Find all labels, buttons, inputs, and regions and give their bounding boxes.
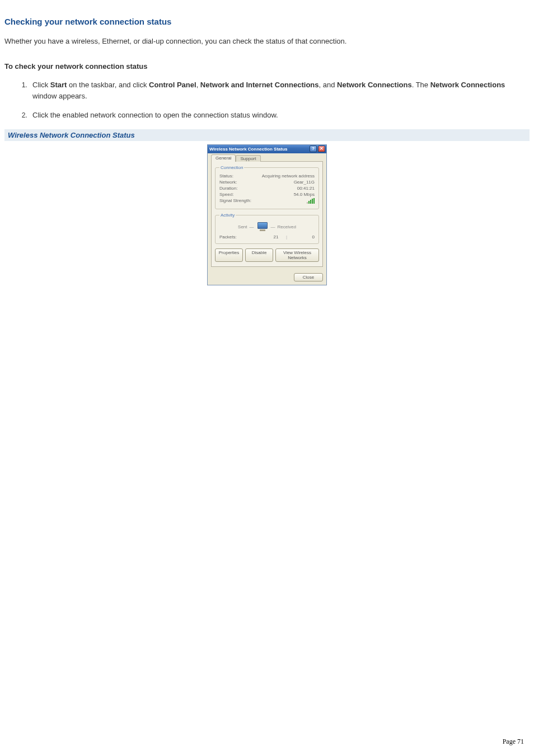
- text: , and: [319, 81, 338, 89]
- tab-support[interactable]: Support: [236, 155, 260, 162]
- label-network: Network:: [219, 180, 237, 185]
- text: . The: [412, 81, 430, 89]
- text: ,: [196, 81, 200, 89]
- text: Click the enabled network connection to …: [32, 111, 278, 119]
- view-networks-button[interactable]: View Wireless Networks: [275, 248, 319, 262]
- text: window appears.: [32, 92, 87, 100]
- text: Click: [32, 81, 50, 89]
- text: on the taskbar, and click: [67, 81, 149, 89]
- help-icon[interactable]: ?: [310, 145, 317, 152]
- section-heading: Checking your network connection status: [4, 17, 530, 26]
- label-received: Received: [278, 224, 296, 229]
- value-speed: 54.0 Mbps: [294, 192, 315, 197]
- bold-network-connections-2: Network Connections: [430, 81, 505, 89]
- value-status: Acquiring network address: [262, 173, 315, 179]
- tab-general[interactable]: General: [211, 154, 236, 162]
- disable-button[interactable]: Disable: [245, 248, 273, 262]
- label-speed: Speed:: [219, 192, 233, 197]
- step-2: Click the enabled network connection to …: [29, 110, 530, 121]
- group-connection: Connection Status:Acquiring network addr…: [215, 165, 319, 209]
- bold-network-connections: Network Connections: [337, 81, 412, 89]
- label-signal: Signal Strength:: [219, 198, 251, 204]
- bold-start: Start: [50, 81, 67, 89]
- dialog-title: Wireless Network Connection Status: [209, 147, 308, 152]
- figure-caption: Wireless Network Connection Status: [4, 129, 530, 141]
- bold-control-panel: Control Panel: [149, 81, 196, 89]
- procedure-heading: To check your network connection status: [4, 62, 530, 71]
- legend-connection: Connection: [219, 165, 244, 170]
- label-duration: Duration:: [219, 186, 237, 191]
- figure-wrap: Wireless Network Connection Status ? ✕ G…: [4, 144, 530, 285]
- value-packets-sent: 21: [268, 234, 284, 240]
- label-sent: Sent: [238, 224, 247, 229]
- value-duration: 00:41:21: [297, 186, 315, 191]
- group-activity: Activity Sent — — Received Packets: 21 |: [215, 213, 319, 244]
- dialog-titlebar: Wireless Network Connection Status ? ✕: [208, 145, 326, 153]
- step-1: Click Start on the taskbar, and click Co…: [29, 79, 530, 102]
- separator: |: [284, 234, 289, 240]
- intro-paragraph: Whether you have a wireless, Ethernet, o…: [4, 36, 530, 46]
- monitor-icon: [256, 222, 269, 232]
- close-button[interactable]: Close: [294, 273, 323, 281]
- legend-activity: Activity: [219, 213, 236, 218]
- signal-strength-icon: [307, 198, 315, 204]
- label-status: Status:: [219, 173, 233, 179]
- tab-panel-general: Connection Status:Acquiring network addr…: [211, 161, 323, 267]
- steps-list: Click Start on the taskbar, and click Co…: [4, 79, 530, 121]
- dash-right: —: [271, 224, 275, 229]
- close-icon[interactable]: ✕: [318, 145, 325, 152]
- bold-network-internet: Network and Internet Connections: [200, 81, 319, 89]
- value-packets-received: 0: [289, 234, 315, 240]
- dash-left: —: [250, 224, 254, 229]
- label-packets: Packets:: [219, 234, 268, 240]
- properties-button[interactable]: Properties: [215, 248, 243, 262]
- value-network: Gear_11G: [294, 180, 315, 185]
- status-dialog: Wireless Network Connection Status ? ✕ G…: [207, 144, 327, 285]
